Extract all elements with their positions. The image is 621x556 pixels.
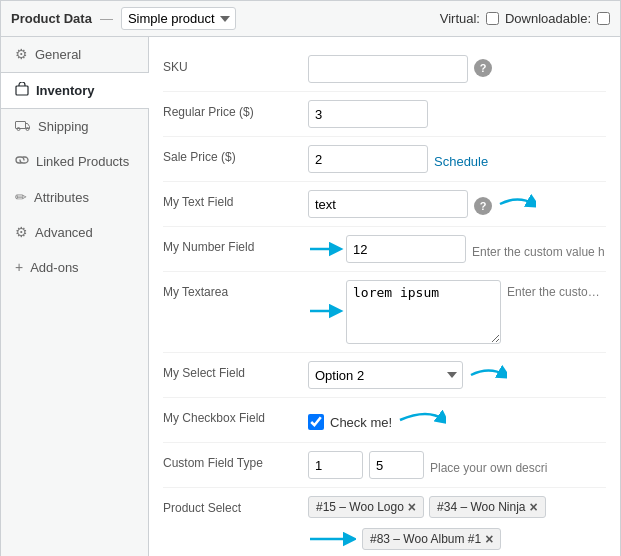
- sidebar-item-attributes[interactable]: ✏ Attributes: [1, 180, 148, 215]
- product-select-tokens: #15 – Woo Logo × #34 – Woo Ninja ×: [308, 496, 606, 518]
- sidebar-item-advanced-label: Advanced: [35, 225, 93, 240]
- regular-price-row: Regular Price ($): [163, 92, 606, 137]
- linked-products-icon: [15, 153, 29, 170]
- sku-label: SKU: [163, 55, 308, 76]
- text-field-label: My Text Field: [163, 190, 308, 211]
- sidebar-item-shipping[interactable]: Shipping: [1, 109, 148, 144]
- sidebar-item-attributes-label: Attributes: [34, 190, 89, 205]
- token-woo-ninja-remove[interactable]: ×: [530, 500, 538, 514]
- number-field-input[interactable]: [346, 235, 466, 263]
- shipping-icon: [15, 118, 31, 134]
- product-type-select[interactable]: Simple product: [121, 7, 236, 30]
- downloadable-checkbox[interactable]: [597, 12, 610, 25]
- number-field-row: My Number Field Enter the custom value h: [163, 227, 606, 272]
- sku-input[interactable]: [308, 55, 468, 83]
- token-woo-ninja: #34 – Woo Ninja ×: [429, 496, 546, 518]
- sale-price-input[interactable]: [308, 145, 428, 173]
- sidebar-item-linked-products[interactable]: Linked Products: [1, 144, 148, 180]
- sidebar-item-add-ons[interactable]: + Add-ons: [1, 250, 148, 285]
- attributes-icon: ✏: [15, 189, 27, 205]
- token-woo-logo-text: #15 – Woo Logo: [316, 500, 404, 514]
- textarea-row: My Textarea lorem ipsum Enter the custom…: [163, 272, 606, 353]
- textarea-label: My Textarea: [163, 280, 308, 301]
- main-content: SKU ? Regular Price ($) Sale Price ($): [149, 37, 620, 556]
- number-field-arrow: [308, 238, 344, 260]
- token-woo-album: #83 – Woo Album #1 ×: [362, 528, 501, 550]
- add-ons-icon: +: [15, 259, 23, 275]
- sidebar-item-add-ons-label: Add-ons: [30, 260, 78, 275]
- sidebar-item-shipping-label: Shipping: [38, 119, 89, 134]
- select-field-row: My Select Field Option 1 Option 2 Option…: [163, 353, 606, 398]
- token-woo-album-remove[interactable]: ×: [485, 532, 493, 546]
- textarea-hint: Enter the custom value h: [507, 280, 606, 299]
- token-woo-logo: #15 – Woo Logo ×: [308, 496, 424, 518]
- sidebar-item-general[interactable]: ⚙ General: [1, 37, 148, 72]
- custom-field-type-label: Custom Field Type: [163, 451, 308, 472]
- sidebar-item-inventory-label: Inventory: [36, 83, 95, 98]
- custom-field-hint: Place your own descri: [430, 456, 606, 475]
- advanced-icon: ⚙: [15, 224, 28, 240]
- sidebar-item-inventory[interactable]: Inventory: [1, 72, 149, 109]
- select-field-arrow: [469, 364, 507, 386]
- product-select-arrow: [308, 528, 356, 550]
- sku-help-icon[interactable]: ?: [474, 59, 492, 77]
- checkbox-field-label: My Checkbox Field: [163, 406, 308, 427]
- token-woo-logo-remove[interactable]: ×: [408, 500, 416, 514]
- select-field-label: My Select Field: [163, 361, 308, 382]
- inventory-icon: [15, 82, 29, 99]
- custom-field-input-2[interactable]: [369, 451, 424, 479]
- sidebar-item-linked-products-label: Linked Products: [36, 154, 129, 169]
- custom-field-type-row: Custom Field Type Place your own descri: [163, 443, 606, 488]
- general-icon: ⚙: [15, 46, 28, 62]
- sidebar-item-advanced[interactable]: ⚙ Advanced: [1, 215, 148, 250]
- downloadable-label: Downloadable:: [505, 11, 591, 26]
- virtual-label: Virtual:: [440, 11, 480, 26]
- select-field-input[interactable]: Option 1 Option 2 Option 3: [308, 361, 463, 389]
- sale-price-label: Sale Price ($): [163, 145, 308, 166]
- text-field-row: My Text Field ?: [163, 182, 606, 227]
- checkbox-field-input[interactable]: [308, 414, 324, 430]
- product-select-label: Product Select: [163, 496, 308, 517]
- sidebar-item-label: General: [35, 47, 81, 62]
- text-field-arrow: [498, 193, 536, 215]
- number-field-hint: Enter the custom value h: [472, 240, 606, 259]
- schedule-link[interactable]: Schedule: [434, 149, 488, 169]
- svg-rect-1: [16, 122, 26, 129]
- product-select-row: Product Select #15 – Woo Logo × #34 – Wo…: [163, 488, 606, 556]
- regular-price-label: Regular Price ($): [163, 100, 308, 121]
- regular-price-input[interactable]: [308, 100, 428, 128]
- custom-field-input-1[interactable]: [308, 451, 363, 479]
- sale-price-row: Sale Price ($) Schedule: [163, 137, 606, 182]
- token-woo-ninja-text: #34 – Woo Ninja: [437, 500, 526, 514]
- text-field-input[interactable]: [308, 190, 468, 218]
- token-woo-album-text: #83 – Woo Album #1: [370, 532, 481, 546]
- checkbox-field-row: My Checkbox Field Check me!: [163, 398, 606, 443]
- checkbox-field-text: Check me!: [330, 415, 392, 430]
- number-field-label: My Number Field: [163, 235, 308, 256]
- header-dash: —: [100, 11, 113, 26]
- textarea-arrow: [308, 300, 344, 322]
- sku-row: SKU ?: [163, 47, 606, 92]
- sidebar: ⚙ General Inventory: [1, 37, 149, 556]
- checkbox-field-arrow: [398, 406, 446, 434]
- text-field-help-icon[interactable]: ?: [474, 197, 492, 215]
- virtual-checkbox[interactable]: [486, 12, 499, 25]
- product-data-title: Product Data: [11, 11, 92, 26]
- textarea-input[interactable]: lorem ipsum: [346, 280, 501, 344]
- svg-rect-0: [16, 86, 28, 95]
